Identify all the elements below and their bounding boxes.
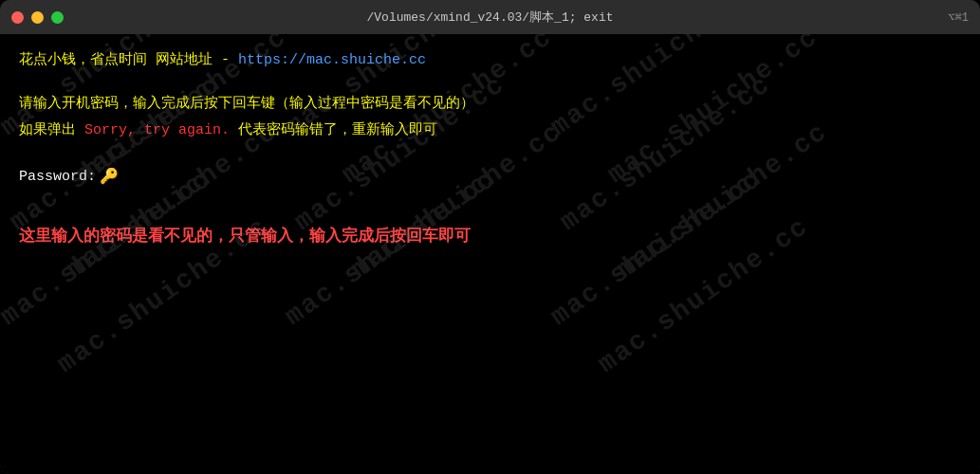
red-notice: 这里输入的密码是看不见的，只管输入，输入完成后按回车即可 xyxy=(19,224,961,249)
sorry-text: Sorry, try again. xyxy=(84,122,230,138)
spacer2 xyxy=(19,146,961,163)
line4-start: 如果弹出 xyxy=(19,122,76,138)
key-icon: 🔑 xyxy=(100,167,119,186)
maximize-button[interactable] xyxy=(51,11,64,24)
intro-separator: 网站地址 - xyxy=(156,52,238,68)
close-button[interactable] xyxy=(11,11,24,24)
window-title: /Volumes/xmind_v24.03/脚本_1; exit xyxy=(366,9,613,26)
terminal-window: /Volumes/xmind_v24.03/脚本_1; exit ⌥⌘1 mac… xyxy=(0,0,980,474)
titlebar: /Volumes/xmind_v24.03/脚本_1; exit ⌥⌘1 xyxy=(0,0,980,34)
shortcut-hint: ⌥⌘1 xyxy=(948,10,969,25)
password-prompt: Password: 🔑 xyxy=(19,167,961,186)
traffic-lights xyxy=(11,11,64,24)
website-link[interactable]: https://mac.shuiche.cc xyxy=(238,52,426,68)
password-instruction-line2: 如果弹出 Sorry, try again. 代表密码输错了，重新输入即可 xyxy=(19,119,961,142)
line4-end: 代表密码输错了，重新输入即可 xyxy=(238,122,437,138)
intro-line: 花点小钱，省点时间 网站地址 - https://mac.shuiche.cc xyxy=(19,49,961,72)
minimize-button[interactable] xyxy=(31,11,44,24)
terminal-body: mac.shuiche.cc mac.shuiche.cc mac.shuich… xyxy=(0,34,980,474)
password-label: Password: xyxy=(19,169,96,185)
intro-text-yellow: 花点小钱，省点时间 xyxy=(19,52,147,68)
password-instruction-line1: 请输入开机密码，输入完成后按下回车键（输入过程中密码是看不见的） xyxy=(19,93,961,116)
spacer1 xyxy=(19,76,961,93)
